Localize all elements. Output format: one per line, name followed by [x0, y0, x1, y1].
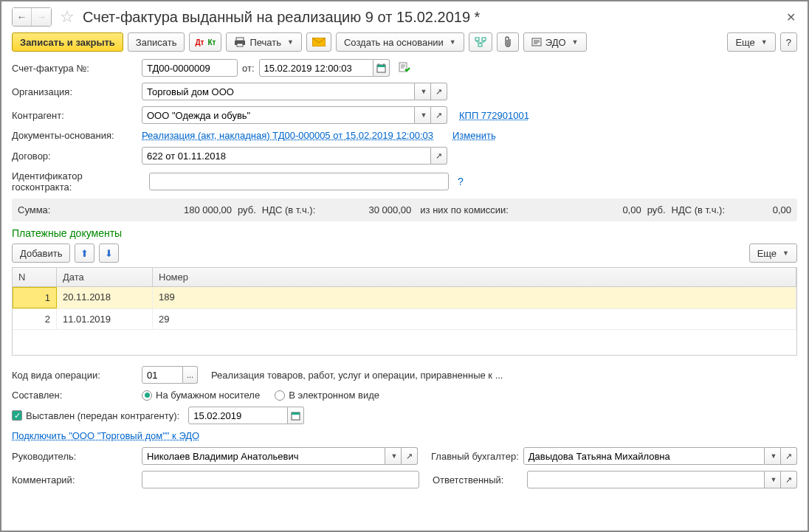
- change-link[interactable]: Изменить: [452, 130, 496, 141]
- payments-more-button[interactable]: Еще▼: [749, 243, 797, 263]
- from-label: от:: [242, 63, 255, 74]
- save-button[interactable]: Записать: [128, 32, 185, 52]
- print-button[interactable]: Печать▼: [226, 32, 302, 52]
- edo-connect-link[interactable]: Подключить "ООО "Торговый дом"" к ЭДО: [12, 430, 199, 441]
- basis-doc-link[interactable]: Реализация (акт, накладная) ТД00-000005 …: [142, 130, 433, 141]
- op-code-label: Код вида операции:: [12, 370, 137, 381]
- add-button[interactable]: Добавить: [12, 243, 70, 263]
- accountant-label: Главный бухгалтер:: [431, 451, 519, 462]
- date-input[interactable]: [259, 59, 373, 77]
- help-button[interactable]: ?: [780, 32, 797, 52]
- org-input[interactable]: [142, 83, 415, 100]
- col-num[interactable]: Номер: [153, 268, 796, 286]
- head-dropdown-button[interactable]: ▼: [385, 447, 402, 465]
- email-button[interactable]: [306, 32, 331, 52]
- calendar-icon: [376, 63, 386, 73]
- col-n[interactable]: N: [13, 268, 57, 286]
- window: ← → ☆ Счет-фактура выданный на реализаци…: [0, 0, 809, 532]
- main-toolbar: Записать и закрыть Записать ДтКт Печать▼…: [12, 32, 797, 52]
- contract-open-button[interactable]: ↗: [431, 147, 447, 165]
- move-up-button[interactable]: ⬆: [75, 243, 94, 263]
- payments-title: Платежные документы: [12, 227, 797, 239]
- org-dropdown-button[interactable]: ▼: [415, 83, 431, 100]
- close-icon[interactable]: ✕: [784, 10, 797, 24]
- kpp-link[interactable]: КПП 772901001: [459, 110, 529, 121]
- accountant-dropdown-button[interactable]: ▼: [765, 447, 781, 465]
- counterparty-label: Контрагент:: [12, 110, 137, 121]
- commission-label: из них по комиссии:: [420, 204, 509, 215]
- comment-label: Комментарий:: [12, 474, 137, 486]
- org-label: Организация:: [12, 86, 137, 97]
- op-code-select-button[interactable]: ...: [183, 366, 198, 384]
- more-button[interactable]: Еще▼: [727, 32, 775, 52]
- save-and-close-button[interactable]: Записать и закрыть: [12, 32, 123, 52]
- vat-label: НДС (в т.ч.):: [262, 204, 316, 215]
- payments-table: N Дата Номер 1 20.11.2018 189 2 11.01.20…: [12, 267, 797, 356]
- head-label: Руководитель:: [12, 451, 137, 462]
- svg-rect-14: [292, 412, 300, 415]
- commission-value: 0,00: [605, 204, 641, 215]
- col-date[interactable]: Дата: [57, 268, 153, 286]
- counterparty-open-button[interactable]: ↗: [431, 106, 447, 124]
- edo-button[interactable]: ЭДО▼: [523, 32, 587, 52]
- issued-calendar-button[interactable]: [288, 407, 304, 424]
- responsible-label: Ответственный:: [433, 474, 523, 486]
- counterparty-input[interactable]: [142, 106, 415, 124]
- table-row[interactable]: 2 11.01.2019 29: [13, 309, 796, 330]
- chevron-down-icon: ▼: [287, 38, 294, 46]
- forward-button[interactable]: →: [32, 8, 51, 26]
- calendar-button[interactable]: [373, 59, 390, 77]
- create-based-on-button[interactable]: Создать на основании▼: [336, 32, 464, 52]
- chevron-down-icon: ▼: [572, 38, 579, 46]
- structure-button[interactable]: [469, 32, 492, 52]
- invoice-no-input[interactable]: [142, 59, 238, 77]
- svg-rect-6: [478, 44, 482, 46]
- radio-paper[interactable]: На бумажном носителе: [142, 390, 260, 401]
- nav-buttons: ← →: [12, 7, 52, 27]
- move-down-button[interactable]: ⬇: [99, 243, 119, 263]
- calendar-icon: [291, 411, 300, 421]
- envelope-icon: [312, 38, 326, 46]
- accountant-open-button[interactable]: ↗: [781, 447, 797, 465]
- table-row[interactable]: 1 20.11.2018 189: [13, 287, 796, 309]
- accountant-input[interactable]: [523, 447, 765, 465]
- radio-checked-icon: [142, 390, 152, 401]
- radio-unchecked-icon: [275, 390, 285, 401]
- goscontract-input[interactable]: [149, 173, 449, 190]
- contract-label: Договор:: [12, 151, 137, 162]
- org-open-button[interactable]: ↗: [431, 83, 447, 100]
- svg-rect-2: [237, 44, 243, 46]
- sum-bar: Сумма: 180 000,00 руб. НДС (в т.ч.): 30 …: [12, 198, 797, 221]
- responsible-open-button[interactable]: ↗: [781, 471, 797, 488]
- help-icon[interactable]: ?: [458, 176, 464, 187]
- head-input[interactable]: [142, 447, 385, 465]
- chevron-down-icon: ▼: [761, 38, 768, 46]
- comment-input[interactable]: [142, 471, 419, 488]
- payments-toolbar: Добавить ⬆ ⬇ Еще▼: [12, 243, 797, 263]
- head-open-button[interactable]: ↗: [402, 447, 418, 465]
- svg-rect-5: [482, 38, 486, 41]
- vat2-value: 0,00: [725, 204, 791, 215]
- radio-electronic[interactable]: В электронном виде: [275, 390, 379, 401]
- composed-label: Составлен:: [12, 390, 137, 401]
- svg-rect-4: [475, 38, 479, 41]
- status-icon[interactable]: [399, 62, 410, 74]
- basis-label: Документы-основания:: [12, 130, 137, 141]
- paperclip-icon: [503, 36, 513, 48]
- printer-icon: [234, 37, 246, 47]
- svg-rect-0: [236, 38, 244, 41]
- contract-input[interactable]: [142, 147, 431, 165]
- favorite-star-icon[interactable]: ☆: [59, 9, 75, 25]
- vat-value: 30 000,00: [359, 204, 411, 215]
- issued-checkbox[interactable]: ✓ Выставлен (передан контрагенту):: [12, 410, 179, 421]
- counterparty-dropdown-button[interactable]: ▼: [415, 106, 431, 124]
- dt-kt-button[interactable]: ДтКт: [189, 32, 221, 52]
- attachment-button[interactable]: [497, 32, 519, 52]
- responsible-input[interactable]: [527, 471, 765, 488]
- issued-date-input[interactable]: [188, 407, 288, 424]
- vat2-label: НДС (в т.ч.):: [672, 204, 726, 215]
- back-button[interactable]: ←: [13, 8, 32, 26]
- sum-label: Сумма:: [18, 204, 173, 215]
- op-code-input[interactable]: [142, 366, 183, 384]
- responsible-dropdown-button[interactable]: ▼: [765, 471, 781, 488]
